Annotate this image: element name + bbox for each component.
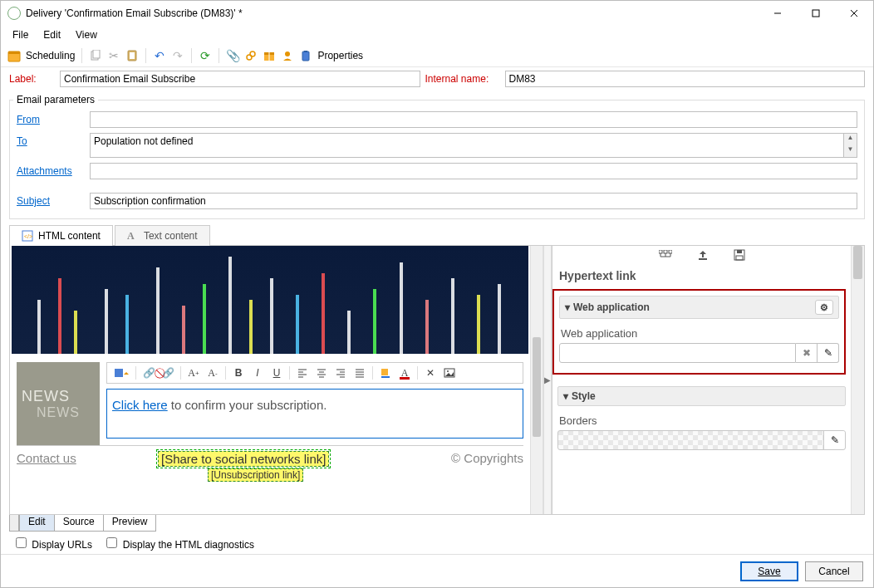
style-header-label: Style <box>572 390 596 402</box>
copy-icon[interactable] <box>87 47 104 64</box>
attach-icon[interactable]: 📎 <box>224 47 241 64</box>
svg-rect-39 <box>400 377 410 380</box>
unlink-tool-icon[interactable]: 🔗⃠ <box>159 365 177 381</box>
dialog-footer: Save Cancel <box>1 554 873 587</box>
news-line1: NEWS <box>22 388 95 405</box>
right-scrollbar[interactable] <box>851 246 864 514</box>
toolbar: Scheduling ✂ ↶ ↷ ⟳ 📎 Properties <box>1 44 873 67</box>
save-button[interactable]: Save <box>740 561 798 581</box>
align-center-icon[interactable] <box>312 365 331 381</box>
attachments-input[interactable] <box>90 163 857 179</box>
tab-edit[interactable]: Edit <box>19 515 55 532</box>
borders-edit-icon[interactable]: ✎ <box>823 431 845 449</box>
upload-icon[interactable] <box>697 249 709 261</box>
cancel-button[interactable]: Cancel <box>805 561 863 581</box>
to-label[interactable]: To <box>17 133 81 147</box>
svg-point-41 <box>447 370 449 372</box>
align-justify-icon[interactable] <box>351 365 369 381</box>
left-scrollbar[interactable] <box>530 246 543 514</box>
scheduling-label[interactable]: Scheduling <box>24 50 76 61</box>
svg-rect-5 <box>8 51 20 54</box>
bold-icon[interactable]: B <box>229 365 248 381</box>
image-tool-icon[interactable] <box>440 365 459 381</box>
gear-icon[interactable]: ⚙ <box>815 300 833 315</box>
svg-rect-1 <box>813 10 819 17</box>
cut-icon[interactable]: ✂ <box>106 47 122 64</box>
clear-icon[interactable]: ✖ <box>796 343 818 363</box>
panel-collapse-handle[interactable]: ▶ <box>543 246 552 514</box>
menu-file[interactable]: File <box>6 27 35 42</box>
font-increase-icon[interactable]: A+ <box>184 365 203 381</box>
svg-point-11 <box>250 51 255 56</box>
internal-name-key: Internal name: <box>425 73 500 85</box>
bgcolor-icon[interactable] <box>376 365 395 381</box>
textcolor-icon[interactable]: A <box>395 365 414 381</box>
minimize-button[interactable] <box>759 1 797 26</box>
svg-rect-42 <box>659 250 662 253</box>
remove-format-icon[interactable]: ✕ <box>421 365 439 381</box>
webapp-accordion-header[interactable]: ▾ Web application ⚙ <box>559 296 839 319</box>
confirm-text: to confirm your subscription. <box>168 398 327 412</box>
svg-rect-49 <box>699 258 707 260</box>
gift-icon[interactable] <box>261 47 277 64</box>
tab-html-content[interactable]: </> HTML content <box>9 225 113 246</box>
align-right-icon[interactable] <box>331 365 350 381</box>
chevron-down-icon: ▾ <box>565 301 570 313</box>
paste-icon[interactable] <box>124 47 140 64</box>
scheduling-icon[interactable] <box>6 47 22 64</box>
label-key: Label: <box>9 73 55 85</box>
click-here-link[interactable]: Click here <box>112 398 168 412</box>
link-tool-icon[interactable]: 🔗 <box>140 365 158 381</box>
italic-icon[interactable]: I <box>248 365 267 381</box>
redo-icon[interactable]: ↷ <box>169 47 186 64</box>
content-tabs: </> HTML content A Text content <box>9 224 865 246</box>
svg-rect-9 <box>130 52 135 59</box>
from-label[interactable]: From <box>17 111 81 125</box>
maximize-button[interactable] <box>797 1 835 26</box>
align-left-icon[interactable] <box>293 365 312 381</box>
underline-icon[interactable]: U <box>268 365 286 381</box>
menu-edit[interactable]: Edit <box>37 27 67 42</box>
person-icon[interactable] <box>279 47 296 64</box>
label-input[interactable] <box>60 71 420 87</box>
subject-label[interactable]: Subject <box>17 193 81 207</box>
to-input[interactable]: Population not defined <box>90 133 844 158</box>
borders-input[interactable]: ✎ <box>557 430 846 450</box>
close-button[interactable] <box>835 1 873 26</box>
menu-view[interactable]: View <box>69 27 104 42</box>
news-tile: NEWS NEWS <box>17 362 100 445</box>
contact-us-link[interactable]: Contact us <box>17 451 158 465</box>
edit-pencil-icon[interactable]: ✎ <box>818 343 839 363</box>
rte-toolbar: 🔗 🔗⃠ A+ A- B I U <box>106 362 523 384</box>
layout-icon[interactable] <box>659 250 672 260</box>
subject-input[interactable] <box>90 193 857 209</box>
clipboard-icon[interactable] <box>297 47 314 64</box>
tab-preview[interactable]: Preview <box>103 515 157 532</box>
internal-name-input[interactable] <box>505 71 866 87</box>
display-diag-check[interactable]: Display the HTML diagnostics <box>103 539 254 551</box>
rte-text-block[interactable]: Click here to confirm your subscription. <box>106 389 523 439</box>
link-icon[interactable] <box>243 47 259 64</box>
insert-field-icon[interactable] <box>110 365 132 381</box>
font-decrease-icon[interactable]: A- <box>204 365 222 381</box>
share-social-placeholder[interactable]: [Share to social networks link] <box>158 451 329 467</box>
tab-text-content[interactable]: A Text content <box>115 225 210 246</box>
svg-text:</>: </> <box>24 233 32 239</box>
undo-icon[interactable]: ↶ <box>151 47 168 64</box>
style-accordion-header[interactable]: ▾ Style <box>557 386 846 406</box>
tab-source[interactable]: Source <box>54 515 104 532</box>
display-urls-check[interactable]: Display URLs <box>12 539 92 551</box>
tab-html-label: HTML content <box>38 230 101 242</box>
hypertext-link-title: Hypertext link <box>552 264 851 289</box>
webapp-input[interactable] <box>559 343 796 363</box>
unsubscribe-placeholder[interactable]: [Unsubscription link] <box>208 468 303 482</box>
from-input[interactable] <box>90 111 857 128</box>
menubar: File Edit View <box>1 26 873 44</box>
save-disk-icon[interactable] <box>734 249 745 261</box>
attachments-label[interactable]: Attachments <box>17 163 81 177</box>
svg-rect-7 <box>93 50 100 58</box>
properties-label[interactable]: Properties <box>316 50 365 61</box>
app-icon <box>7 7 21 20</box>
to-spinner[interactable]: ▲▼ <box>844 133 857 158</box>
refresh-icon[interactable]: ⟳ <box>197 47 214 64</box>
